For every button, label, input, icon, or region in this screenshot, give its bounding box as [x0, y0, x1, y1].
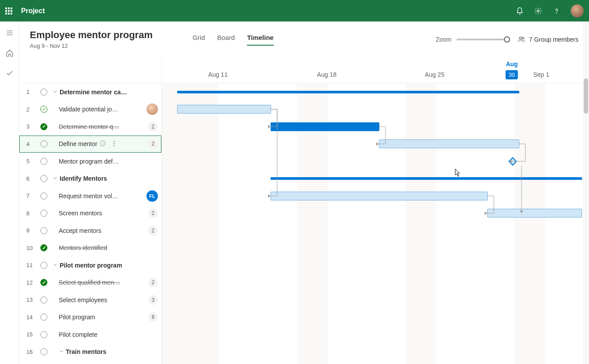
- task-name[interactable]: Accept mentors: [59, 227, 101, 234]
- attachment-count-badge[interactable]: 2: [148, 208, 158, 218]
- task-status-toggle[interactable]: [40, 262, 47, 269]
- task-status-toggle[interactable]: [40, 106, 47, 113]
- task-row[interactable]: 4Define mentor2: [19, 136, 161, 153]
- row-number: 11: [26, 262, 35, 268]
- scrollbar-thumb[interactable]: [584, 79, 588, 114]
- zoom-slider[interactable]: [457, 39, 507, 40]
- task-row[interactable]: 12Select qualified men…2: [19, 274, 161, 292]
- timeline-panel[interactable]: Aug30Aug 11Aug 18Aug 25Sep 1: [162, 58, 589, 364]
- task-name[interactable]: Pilot mentor program: [60, 262, 122, 269]
- info-icon[interactable]: [99, 140, 106, 148]
- task-name[interactable]: Identify Mentors: [60, 175, 107, 182]
- assignee-avatar[interactable]: [146, 103, 158, 115]
- hamburger-icon[interactable]: [4, 28, 15, 38]
- task-name[interactable]: Screen mentors: [59, 210, 102, 217]
- attachment-count-badge[interactable]: 2: [148, 278, 158, 287]
- assignee-avatar[interactable]: FL: [146, 190, 158, 202]
- task-row[interactable]: 3Determine mentor q…2: [19, 118, 161, 136]
- header-left: Project: [5, 7, 45, 15]
- task-row[interactable]: 6Identify Mentors: [19, 170, 161, 188]
- vertical-scrollbar[interactable]: [583, 21, 589, 364]
- task-row[interactable]: 13Select employees3: [19, 291, 161, 309]
- row-number: 2: [26, 106, 35, 113]
- gantt-task-bar[interactable]: [177, 105, 271, 114]
- task-row[interactable]: 5Mentor program def…: [19, 153, 161, 170]
- task-name[interactable]: Mentor program def…: [59, 158, 119, 165]
- task-row[interactable]: 2Validate potential jo…: [19, 101, 161, 118]
- task-row[interactable]: 14Pilot program6: [19, 309, 161, 326]
- task-status-toggle[interactable]: [40, 348, 47, 355]
- expand-caret-icon[interactable]: [53, 175, 58, 182]
- task-status-toggle[interactable]: [40, 193, 47, 200]
- notifications-icon[interactable]: [515, 7, 524, 15]
- gantt-task-bar[interactable]: [379, 139, 519, 148]
- task-name[interactable]: Validate potential jo…: [59, 106, 118, 113]
- task-status-toggle[interactable]: [40, 279, 47, 286]
- tab-timeline[interactable]: Timeline: [247, 34, 274, 46]
- task-status-toggle[interactable]: [40, 244, 47, 251]
- row-right: FL: [146, 190, 158, 202]
- task-status-toggle[interactable]: [40, 140, 47, 147]
- task-row[interactable]: 11Pilot mentor program: [19, 257, 161, 274]
- task-name[interactable]: Define mentor: [59, 140, 97, 147]
- attachment-count-badge[interactable]: 2: [148, 226, 158, 236]
- task-status-toggle[interactable]: [40, 175, 47, 182]
- task-header-spacer: [19, 58, 161, 83]
- task-status-toggle[interactable]: [40, 158, 47, 165]
- timescale-tick: Aug 18: [317, 71, 336, 78]
- task-status-toggle[interactable]: [40, 296, 47, 303]
- task-row[interactable]: 7Request mentor vol…FL: [19, 187, 161, 205]
- checkmark-icon[interactable]: [4, 68, 15, 79]
- home-icon[interactable]: [4, 48, 15, 58]
- task-status-toggle[interactable]: [40, 210, 47, 217]
- task-status-toggle[interactable]: [40, 227, 47, 234]
- settings-icon[interactable]: [534, 7, 543, 15]
- sub-header: Employee mentor program Aug 9 - Nov 12 G…: [19, 21, 589, 49]
- gantt-summary-bar[interactable]: [271, 177, 582, 180]
- app-launcher-icon[interactable]: [5, 7, 12, 14]
- attachment-count-badge[interactable]: 6: [148, 312, 158, 322]
- task-name[interactable]: Determine mentor q…: [59, 123, 119, 130]
- gantt-task-bar[interactable]: [487, 209, 582, 218]
- task-row[interactable]: 15Pilot complete: [19, 326, 161, 343]
- task-row[interactable]: 10Mentors identified: [19, 239, 161, 257]
- tab-grid[interactable]: Grid: [193, 34, 205, 46]
- task-name[interactable]: Select qualified men…: [59, 279, 120, 286]
- task-name[interactable]: Train mentors: [66, 348, 107, 355]
- attachment-count-badge[interactable]: 3: [148, 295, 158, 305]
- tab-board[interactable]: Board: [217, 34, 235, 46]
- expand-caret-icon[interactable]: [59, 348, 64, 355]
- row-number: 6: [26, 175, 35, 182]
- task-name[interactable]: Select employees: [59, 296, 107, 303]
- help-icon[interactable]: [552, 7, 561, 15]
- more-options-icon[interactable]: [111, 140, 118, 148]
- task-status-toggle[interactable]: [40, 123, 47, 130]
- task-status-toggle[interactable]: [40, 314, 47, 321]
- svg-point-3: [522, 37, 524, 39]
- timescale-today-badge[interactable]: 30: [506, 70, 518, 79]
- task-status-toggle[interactable]: [40, 89, 47, 96]
- task-name[interactable]: Pilot program: [59, 314, 95, 321]
- attachment-count-badge[interactable]: 2: [148, 139, 158, 149]
- task-name[interactable]: Determine mentor ca…: [60, 89, 127, 96]
- task-row[interactable]: 9Accept mentors2: [19, 222, 161, 239]
- task-name[interactable]: Mentors identified: [59, 244, 107, 251]
- zoom-slider-thumb[interactable]: [504, 36, 510, 43]
- row-right: 6: [148, 312, 158, 322]
- task-status-toggle[interactable]: [40, 331, 47, 338]
- expand-caret-icon[interactable]: [53, 262, 58, 269]
- user-avatar[interactable]: [571, 4, 584, 18]
- expand-caret-icon[interactable]: [53, 89, 58, 96]
- gantt-summary-bar[interactable]: [177, 91, 519, 93]
- gantt-milestone[interactable]: [508, 157, 517, 166]
- task-row[interactable]: 16Train mentors: [19, 343, 161, 361]
- task-name[interactable]: Pilot complete: [59, 331, 97, 338]
- attachment-count-badge[interactable]: 2: [148, 122, 158, 132]
- group-members-button[interactable]: 7 Group members: [518, 36, 578, 43]
- task-row[interactable]: 1Determine mentor ca…: [19, 83, 161, 101]
- task-row[interactable]: 8Screen mentors2: [19, 205, 161, 222]
- gantt-task-bar[interactable]: [271, 192, 488, 200]
- task-name[interactable]: Request mentor vol…: [59, 193, 118, 200]
- gantt-task-bar[interactable]: [271, 122, 379, 131]
- task-row[interactable]: 17Determine skills g…2: [19, 360, 161, 364]
